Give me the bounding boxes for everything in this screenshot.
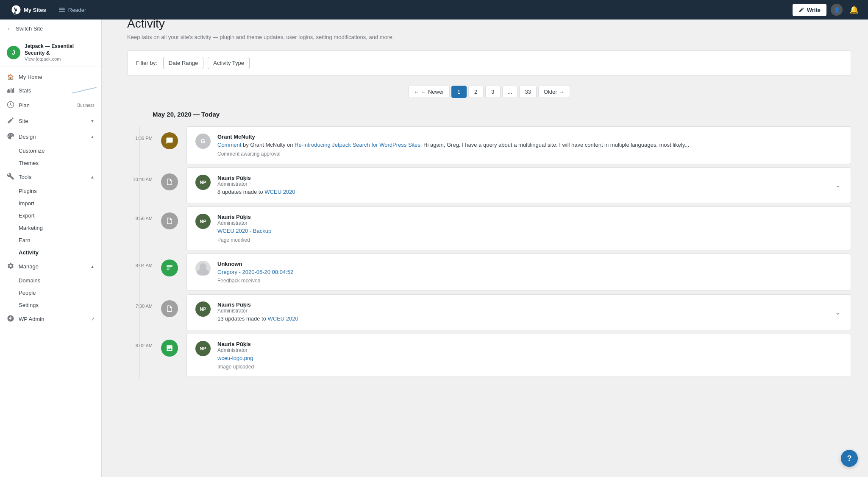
- activity-item: 8:56 AM NP Nauris Pūķis Administrator WC…: [127, 206, 851, 252]
- sidebar-item-my-home[interactable]: 🏠 My Home: [0, 70, 101, 84]
- tools-subitems: Plugins Import Export Marketing Earn Act…: [0, 185, 101, 259]
- activity-user-name: Nauris Pūķis: [217, 175, 826, 181]
- activity-post-link[interactable]: Gregory - 2020-05-20 08:04:52: [217, 269, 293, 275]
- page-description: Keep tabs on all your site's activity — …: [127, 34, 851, 40]
- activity-user-name: Nauris Pūķis: [217, 214, 842, 220]
- sidebar-item-people[interactable]: People: [19, 287, 101, 299]
- main-content: Activity Keep tabs on all your site's ac…: [102, 0, 868, 457]
- activity-card: NP Nauris Pūķis Administrator WCEU 2020 …: [186, 206, 851, 250]
- activity-post-link[interactable]: wceu-logo.png: [217, 355, 253, 361]
- wp-admin-icon: [7, 315, 14, 324]
- sidebar-item-themes[interactable]: Themes: [19, 157, 101, 169]
- activity-card: NP Nauris Pūķis Administrator 13 updates…: [186, 294, 851, 330]
- user-avatar[interactable]: 👤: [831, 4, 843, 16]
- edit-icon: [161, 173, 178, 190]
- activity-post-link[interactable]: WCEU 2020: [264, 189, 295, 195]
- sidebar-item-plan[interactable]: Plan Business: [0, 98, 101, 113]
- sidebar-item-activity[interactable]: Activity: [19, 246, 101, 259]
- page-2-button[interactable]: 2: [468, 86, 484, 98]
- date-range-filter[interactable]: Date Range: [163, 57, 203, 69]
- activity-description: Gregory - 2020-05-20 08:04:52: [217, 268, 842, 276]
- manage-icon: [7, 262, 14, 271]
- activity-item: 7:30 AM NP Nauris Pūķis Administrator 13…: [127, 294, 851, 332]
- sidebar-item-marketing[interactable]: Marketing: [19, 222, 101, 234]
- svg-rect-2: [9, 89, 10, 93]
- svg-rect-5: [13, 88, 14, 93]
- plan-icon: [7, 101, 14, 110]
- activity-description: 8 updates made to WCEU 2020: [217, 188, 826, 196]
- activity-avatar: NP: [195, 341, 211, 356]
- switch-site-button[interactable]: ← Switch Site: [0, 20, 101, 38]
- activity-time: 8:56 AM: [127, 206, 153, 221]
- activity-body: Unknown Gregory - 2020-05-20 08:04:52 Fe…: [217, 261, 842, 284]
- newer-button[interactable]: ← ← Newer: [408, 86, 449, 98]
- back-icon: ←: [7, 25, 12, 32]
- activity-subtext: Image uploaded: [217, 364, 842, 370]
- activity-description: wceu-logo.png: [217, 354, 842, 363]
- activity-avatar: NP: [195, 175, 211, 190]
- page-3-button[interactable]: 3: [485, 86, 501, 98]
- sidebar-item-design[interactable]: Design ▲: [0, 129, 101, 145]
- topbar: My Sites Reader Write 👤 🔔: [0, 0, 868, 20]
- activity-post-link[interactable]: Re-introducing Jetpack Search for WordPr…: [295, 142, 420, 148]
- sidebar-item-wp-admin[interactable]: WP Admin ↗: [0, 311, 101, 327]
- site-name: Jetpack — Essential Security &: [25, 43, 95, 56]
- site-info: J Jetpack — Essential Security & View je…: [0, 38, 101, 67]
- activity-avatar: [195, 261, 211, 276]
- activity-item: 8:04 AM Unknown Gr: [127, 254, 851, 293]
- activity-icon-col: [161, 254, 178, 276]
- sidebar-item-manage[interactable]: Manage ▲: [0, 259, 101, 274]
- arrow-left-icon: ←: [414, 89, 419, 95]
- activity-description: 13 updates made to WCEU 2020: [217, 315, 826, 323]
- sidebar-item-stats[interactable]: Stats: [0, 84, 101, 98]
- pagination: ← ← Newer 1 2 3 ... 33 Older →: [127, 86, 851, 98]
- filter-label: Filter by:: [136, 60, 157, 66]
- activity-description: Comment by Grant McNulty on Re-introduci…: [217, 141, 842, 149]
- sidebar-item-site[interactable]: Site ▼: [0, 113, 101, 129]
- site-icon: J: [7, 46, 20, 59]
- sidebar-item-customize[interactable]: Customize: [19, 145, 101, 157]
- edit-icon: [161, 300, 178, 317]
- activity-body: Nauris Pūķis Administrator wceu-logo.png…: [217, 341, 842, 370]
- activity-post-link[interactable]: WCEU 2020 - Backup: [217, 228, 271, 234]
- activity-card: G Grant McNulty Comment by Grant McNulty…: [186, 126, 851, 164]
- sidebar-item-domains[interactable]: Domains: [19, 274, 101, 287]
- activity-card: Unknown Gregory - 2020-05-20 08:04:52 Fe…: [186, 254, 851, 291]
- home-icon: 🏠: [7, 74, 14, 80]
- activity-item: 6:02 AM NP Nauris Pūķis Administrator wc…: [127, 334, 851, 379]
- sidebar-item-export[interactable]: Export: [19, 209, 101, 222]
- sidebar-item-tools[interactable]: Tools ▲: [0, 169, 101, 185]
- write-button[interactable]: Write: [793, 4, 826, 16]
- activity-user-name: Nauris Pūķis: [217, 301, 826, 308]
- site-chevron-icon: ▼: [90, 119, 95, 123]
- my-sites-button[interactable]: My Sites: [7, 2, 50, 17]
- design-chevron-icon: ▲: [90, 134, 95, 139]
- older-button[interactable]: Older →: [538, 86, 570, 98]
- arrow-right-icon: →: [559, 89, 565, 95]
- page-33-button[interactable]: 33: [519, 86, 536, 98]
- activity-description: WCEU 2020 - Backup: [217, 227, 842, 235]
- activity-link[interactable]: Comment: [217, 142, 241, 148]
- activity-user-name: Nauris Pūķis: [217, 341, 842, 347]
- reader-button[interactable]: Reader: [54, 3, 91, 16]
- notifications-button[interactable]: 🔔: [847, 3, 861, 16]
- sidebar-item-earn[interactable]: Earn: [19, 234, 101, 246]
- activity-subtext: Page modified: [217, 237, 842, 243]
- activity-icon-col: [161, 294, 178, 317]
- activity-time: 7:30 AM: [127, 294, 153, 309]
- activity-card: NP Nauris Pūķis Administrator 8 updates …: [186, 167, 851, 204]
- tools-icon: [7, 173, 14, 181]
- image-icon: [161, 340, 178, 357]
- sidebar-item-import[interactable]: Import: [19, 197, 101, 209]
- activity-subtext: Comment awaiting approval: [217, 151, 842, 157]
- sidebar: ← Switch Site J Jetpack — Essential Secu…: [0, 20, 102, 457]
- expand-button[interactable]: ⌄: [833, 307, 842, 318]
- page-1-button[interactable]: 1: [451, 86, 467, 98]
- sidebar-item-settings[interactable]: Settings: [19, 299, 101, 311]
- activity-post-link[interactable]: WCEU 2020: [268, 315, 298, 322]
- sidebar-item-plugins[interactable]: Plugins: [19, 185, 101, 197]
- activity-type-filter[interactable]: Activity Type: [208, 57, 250, 69]
- edit-icon: [161, 212, 178, 229]
- expand-button[interactable]: ⌄: [833, 179, 842, 191]
- activity-item: 1:36 PM G Grant McNulty Comment by Grant…: [127, 126, 851, 166]
